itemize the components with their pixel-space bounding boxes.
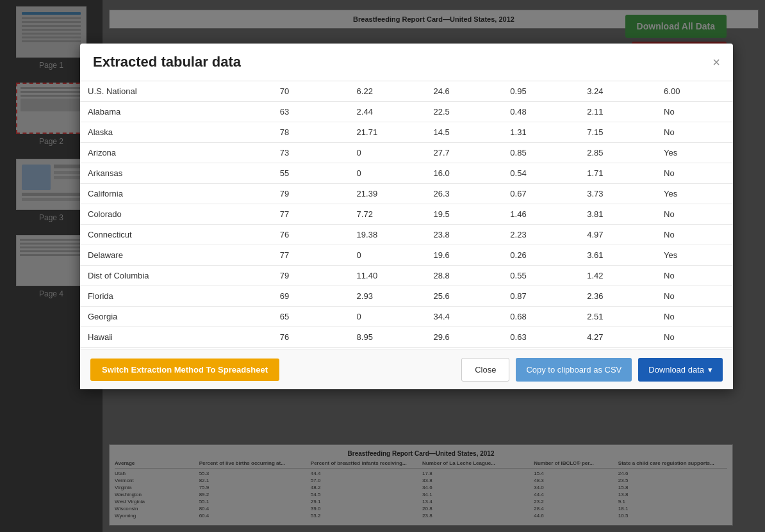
table-row: Arkansas55016.00.541.71No (80, 163, 733, 184)
table-cell-value: 29.6 (425, 327, 502, 348)
table-cell-value: 22.5 (425, 102, 502, 122)
close-button[interactable]: Close (461, 358, 509, 382)
table-cell-value: 3.61 (579, 245, 656, 266)
data-table-container[interactable]: U.S. National706.2224.60.953.246.00Alaba… (80, 81, 733, 350)
copy-clipboard-button[interactable]: Copy to clipboard as CSV (516, 358, 632, 382)
table-row: Alaska7821.7114.51.317.15No (80, 122, 733, 143)
table-cell-value: 1.46 (502, 204, 579, 225)
table-cell-value: 4.97 (579, 225, 656, 245)
table-cell-value: 25.6 (425, 286, 502, 307)
table-cell-value: 19.6 (425, 245, 502, 266)
table-cell-value: 73 (272, 143, 349, 163)
table-cell-value: 2.93 (349, 286, 426, 307)
table-cell-value: 0.55 (502, 266, 579, 286)
table-row: Connecticut7619.3823.82.234.97No (80, 225, 733, 245)
table-cell-value: 26.3 (425, 184, 502, 204)
table-cell-value: 63 (272, 102, 349, 122)
table-cell-value: No (656, 266, 733, 286)
table-cell-name: California (80, 184, 272, 204)
table-cell-value: 0.87 (502, 286, 579, 307)
table-row: Alabama632.4422.50.482.11No (80, 102, 733, 122)
table-cell-value: Yes (656, 184, 733, 204)
table-cell-value: 79 (272, 184, 349, 204)
table-cell-value: 1.31 (502, 122, 579, 143)
table-cell-value: No (656, 307, 733, 327)
table-cell-value: No (656, 122, 733, 143)
table-cell-value: 0.68 (502, 307, 579, 327)
table-cell-value: 4.27 (579, 327, 656, 348)
table-cell-name: U.S. National (80, 81, 272, 102)
table-cell-value: 2.36 (579, 286, 656, 307)
modal-close-button[interactable]: × (712, 56, 720, 69)
table-cell-value: 6.22 (349, 81, 426, 102)
table-cell-value: 0.95 (502, 81, 579, 102)
table-cell-value: 7.72 (349, 204, 426, 225)
table-cell-name: Arkansas (80, 163, 272, 184)
table-cell-value: 3.81 (579, 204, 656, 225)
modal-header: Extracted tabular data × (80, 44, 733, 81)
table-cell-value: 2.11 (579, 102, 656, 122)
table-cell-value: 7.15 (579, 122, 656, 143)
table-cell-name: Arizona (80, 143, 272, 163)
table-cell-value: 3.73 (579, 184, 656, 204)
table-cell-name: Delaware (80, 245, 272, 266)
table-cell-value: 0.26 (502, 245, 579, 266)
table-cell-name: Connecticut (80, 225, 272, 245)
table-cell-value: 55 (272, 163, 349, 184)
table-cell-value: 21.39 (349, 184, 426, 204)
table-cell-value: 16.0 (425, 163, 502, 184)
table-cell-value: 65 (272, 307, 349, 327)
table-cell-value: 70 (272, 81, 349, 102)
table-cell-value: No (656, 327, 733, 348)
table-cell-value: 34.4 (425, 307, 502, 327)
table-cell-value: 21.71 (349, 122, 426, 143)
footer-right-buttons: Close Copy to clipboard as CSV Download … (461, 358, 723, 382)
modal-footer: Switch Extraction Method To Spreadsheet … (80, 350, 733, 389)
table-cell-value: No (656, 286, 733, 307)
table-row: Dist of Columbia7911.4028.80.551.42No (80, 266, 733, 286)
table-cell-value: 0 (349, 245, 426, 266)
table-cell-name: Florida (80, 286, 272, 307)
table-cell-value: 0 (349, 307, 426, 327)
table-cell-value: 2.23 (502, 225, 579, 245)
table-cell-name: Hawaii (80, 327, 272, 348)
table-cell-value: No (656, 102, 733, 122)
data-table: U.S. National706.2224.60.953.246.00Alaba… (80, 81, 733, 350)
table-cell-value: 11.40 (349, 266, 426, 286)
table-cell-value: Yes (656, 143, 733, 163)
table-cell-value: 19.38 (349, 225, 426, 245)
table-row: Colorado777.7219.51.463.81No (80, 204, 733, 225)
table-cell-value: 19.5 (425, 204, 502, 225)
table-row: Delaware77019.60.263.61Yes (80, 245, 733, 266)
table-cell-name: Georgia (80, 307, 272, 327)
table-cell-value: 0.67 (502, 184, 579, 204)
table-cell-value: 0.63 (502, 327, 579, 348)
table-row: Georgia65034.40.682.51No (80, 307, 733, 327)
table-cell-value: 1.42 (579, 266, 656, 286)
table-cell-value: No (656, 163, 733, 184)
table-cell-value: 6.00 (656, 81, 733, 102)
modal-title: Extracted tabular data (93, 54, 241, 70)
table-cell-value: 14.5 (425, 122, 502, 143)
table-cell-value: 76 (272, 225, 349, 245)
extracted-data-modal: Extracted tabular data × U.S. National70… (80, 44, 733, 389)
table-cell-value: 23.8 (425, 225, 502, 245)
table-cell-value: 3.24 (579, 81, 656, 102)
table-cell-value: 2.85 (579, 143, 656, 163)
table-cell-value: 77 (272, 245, 349, 266)
table-cell-value: 78 (272, 122, 349, 143)
table-row: U.S. National706.2224.60.953.246.00 (80, 81, 733, 102)
table-cell-value: 69 (272, 286, 349, 307)
table-cell-value: 0.85 (502, 143, 579, 163)
table-cell-value: 8.95 (349, 327, 426, 348)
table-cell-name: Alaska (80, 122, 272, 143)
switch-extraction-button[interactable]: Switch Extraction Method To Spreadsheet (90, 359, 279, 381)
download-data-button[interactable]: Download data (638, 358, 723, 382)
table-cell-value: 77 (272, 204, 349, 225)
table-cell-value: 24.6 (425, 81, 502, 102)
table-cell-value: 2.44 (349, 102, 426, 122)
table-cell-value: No (656, 225, 733, 245)
table-cell-name: Alabama (80, 102, 272, 122)
table-cell-value: Yes (656, 245, 733, 266)
table-cell-value: No (656, 204, 733, 225)
